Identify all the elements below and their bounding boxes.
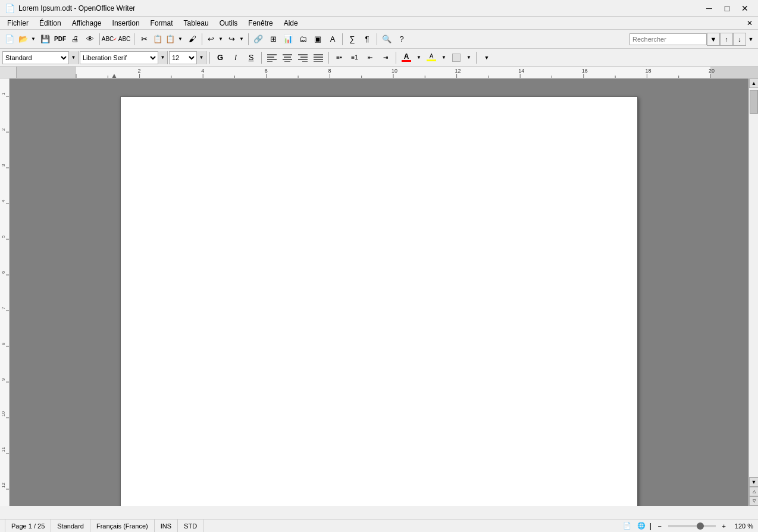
scroll-down-button[interactable]: ▼	[749, 477, 758, 487]
chart-button[interactable]: 📊	[281, 32, 295, 46]
menu-aide[interactable]: Aide	[279, 18, 303, 29]
view-web-button[interactable]: 🌐	[635, 521, 647, 531]
menu-affichage[interactable]: Affichage	[67, 18, 107, 29]
scroll-thumb	[750, 90, 758, 114]
font-selector[interactable]: Liberation Serif	[80, 52, 158, 64]
size-selector-wrapper: 12 ▼	[169, 51, 206, 64]
scroll-page-up-button[interactable]: △	[749, 487, 758, 496]
open-dropdown[interactable]: ▼	[29, 32, 37, 46]
view-normal-button[interactable]: 📄	[621, 521, 633, 531]
paste-button[interactable]: 📋	[164, 32, 176, 46]
hyperlink-button[interactable]: 🔗	[251, 32, 265, 46]
search-next-button[interactable]: ↓	[733, 33, 746, 46]
undo-button[interactable]: ↩	[205, 32, 217, 46]
formulas-button[interactable]: ∑	[345, 32, 359, 46]
help-button[interactable]: ?	[394, 32, 409, 46]
horizontal-ruler	[17, 67, 758, 78]
document-page[interactable]: Lorem Ipsum	[120, 96, 638, 506]
font-color-button[interactable]: A	[399, 51, 414, 64]
decrease-indent-button[interactable]: ⇤	[363, 51, 377, 64]
window-title: Lorem Ipsum.odt - OpenOffice Writer	[18, 4, 135, 12]
zoom-in-button[interactable]: +	[718, 521, 730, 531]
open-button[interactable]: 📂	[17, 32, 29, 46]
main-layout: Lorem Ipsum ▲ ▼ △ ▽	[0, 79, 758, 506]
spellcheck-button[interactable]: ABC✓	[102, 32, 117, 46]
menu-format[interactable]: Format	[146, 18, 178, 29]
align-center-button[interactable]	[280, 51, 295, 64]
scroll-track[interactable]	[749, 88, 758, 477]
title-bar-controls: ─ □ ✕	[701, 2, 753, 14]
menu-fichier[interactable]: Fichier	[2, 18, 33, 29]
redo-button[interactable]: ↪	[225, 32, 237, 46]
fontwork-button[interactable]: A	[325, 32, 340, 46]
save-button[interactable]: 💾	[38, 32, 52, 46]
menu-fenetre[interactable]: Fenêtre	[243, 18, 277, 29]
search-extra-button[interactable]: ▼	[746, 32, 756, 46]
search-input[interactable]	[629, 33, 707, 45]
insert-mode[interactable]: INS	[155, 520, 178, 532]
maximize-button[interactable]: □	[719, 2, 735, 14]
zoom-out-button[interactable]: −	[654, 521, 666, 531]
paste-dropdown[interactable]: ▼	[176, 32, 184, 46]
print-button[interactable]: 🖨	[68, 32, 82, 46]
redo-dropdown[interactable]: ▼	[237, 32, 246, 46]
align-left-button[interactable]	[265, 51, 279, 64]
underline-button[interactable]: S	[244, 51, 258, 64]
insert-chart-button[interactable]: 🗂	[296, 32, 310, 46]
scroll-page-down-button[interactable]: ▽	[749, 496, 758, 506]
unordered-list-button[interactable]: ≡•	[332, 51, 346, 64]
menu-insertion[interactable]: Insertion	[108, 18, 145, 29]
font-color-dropdown[interactable]: ▼	[415, 51, 423, 64]
menu-outils[interactable]: Outils	[215, 18, 243, 29]
page-content[interactable]: Lorem Ipsum	[121, 97, 637, 506]
menu-bar: Fichier Édition Affichage Insertion Form…	[0, 17, 758, 30]
separator-1	[99, 33, 100, 45]
cut-button[interactable]: ✂	[137, 32, 151, 46]
scroll-up-button[interactable]: ▲	[749, 79, 758, 88]
search-prev-button[interactable]: ↑	[720, 33, 733, 46]
style-dropdown-arrow[interactable]: ▼	[68, 51, 78, 64]
vertical-scrollbar: ▲ ▼ △ ▽	[748, 79, 758, 506]
font-dropdown-arrow[interactable]: ▼	[158, 51, 167, 64]
undo-dropdown[interactable]: ▼	[217, 32, 225, 46]
separator-4	[248, 33, 249, 45]
size-dropdown-arrow[interactable]: ▼	[196, 51, 206, 64]
align-right-button[interactable]	[296, 51, 310, 64]
highlight-button[interactable]: A	[424, 51, 438, 64]
copy-button[interactable]: 📋	[152, 32, 164, 46]
frame-button[interactable]: ▣	[311, 32, 325, 46]
minimize-button[interactable]: ─	[701, 2, 718, 14]
increase-indent-button[interactable]: ⇥	[378, 51, 393, 64]
document-area[interactable]: Lorem Ipsum	[10, 79, 748, 506]
save-pdf-button[interactable]: PDF	[53, 32, 67, 46]
highlight-dropdown[interactable]: ▼	[440, 51, 448, 64]
table-button[interactable]: ⊞	[266, 32, 280, 46]
bold-button[interactable]: G	[213, 51, 227, 64]
clone-button[interactable]: 🖌	[185, 32, 199, 46]
bg-color-dropdown[interactable]: ▼	[465, 51, 473, 64]
selection-mode[interactable]: STD	[178, 520, 203, 532]
fmt-sep-3	[328, 52, 329, 64]
fmt-sep-1	[209, 52, 210, 64]
status-bar: Page 1 / 25 Standard Français (France) I…	[0, 519, 758, 532]
more-format-button[interactable]: ▼	[480, 51, 494, 64]
zoom-thumb	[697, 522, 704, 530]
bg-color-button[interactable]	[449, 51, 463, 64]
print-preview-button[interactable]: 👁	[83, 32, 97, 46]
close-toolbar-button[interactable]: ✕	[744, 18, 756, 29]
zoom-slider[interactable]	[668, 525, 716, 527]
new-button[interactable]: 📄	[2, 32, 17, 46]
autocorrect-button[interactable]: ABC	[117, 32, 131, 46]
search-dropdown-button[interactable]: ▼	[707, 33, 720, 46]
style-selector[interactable]: Standard	[3, 52, 68, 64]
size-selector[interactable]: 12	[170, 52, 196, 64]
search-area: ▼ ↑ ↓ ▼	[629, 32, 756, 46]
italic-button[interactable]: I	[228, 51, 243, 64]
align-justify-button[interactable]	[311, 51, 325, 64]
nonprinting-button[interactable]: ¶	[360, 32, 374, 46]
menu-edition[interactable]: Édition	[35, 18, 66, 29]
close-button[interactable]: ✕	[737, 2, 753, 14]
zoom-button[interactable]: 🔍	[380, 32, 394, 46]
ordered-list-button[interactable]: ≡1	[347, 51, 362, 64]
menu-tableau[interactable]: Tableau	[179, 18, 214, 29]
